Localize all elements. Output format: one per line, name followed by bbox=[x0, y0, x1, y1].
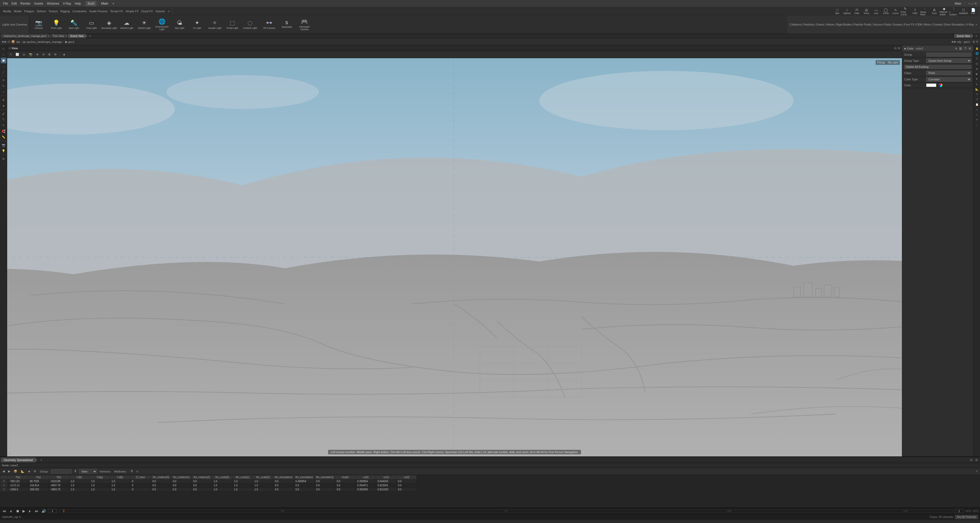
tab-add[interactable]: + bbox=[88, 34, 93, 38]
bottom-panel-settings[interactable]: ⚙ bbox=[974, 458, 979, 462]
tab-close-tree[interactable]: ✕ bbox=[65, 35, 67, 38]
path-expand-r[interactable]: ⊞ bbox=[973, 40, 975, 43]
add-section-btn[interactable]: + bbox=[974, 22, 978, 27]
select-tool[interactable]: ↖ bbox=[1, 46, 6, 51]
col-f2base[interactable]: f2_base bbox=[130, 475, 151, 479]
menu-edit[interactable]: Edit bbox=[10, 1, 18, 6]
ss-back[interactable]: ◀ bbox=[2, 469, 6, 474]
ri-edit[interactable]: ✎ bbox=[975, 92, 979, 97]
measure-tool[interactable]: 📏 bbox=[1, 134, 6, 140]
section-viscous[interactable]: Viscous Fluids bbox=[873, 23, 891, 26]
light-caustic[interactable]: ✧Caustic Light bbox=[206, 16, 223, 33]
scale-tool[interactable]: ⤢ bbox=[1, 89, 6, 95]
window-controls[interactable]: — □ ✕ bbox=[966, 1, 978, 6]
ss-group-input[interactable] bbox=[51, 469, 72, 474]
section-drive-sim[interactable]: Drive Simulation bbox=[944, 23, 964, 26]
ss-forward[interactable]: ▶ bbox=[7, 469, 11, 474]
select-lasso[interactable]: ⬟ bbox=[1, 58, 6, 63]
path-geo[interactable]: quzhou_landscape_manage bbox=[27, 40, 62, 43]
col-fbxscl1[interactable]: fbx_scale[1] bbox=[232, 475, 253, 479]
pb-timeline[interactable]: 450 730 1350 1600 bbox=[59, 509, 953, 513]
bottom-tab-spreadsheet[interactable]: Geometry Spreadsheet bbox=[1, 458, 36, 462]
rp-group-input[interactable] bbox=[926, 52, 971, 57]
path-geo1[interactable]: geo1 bbox=[68, 40, 74, 43]
pb-audio[interactable]: 🔊 bbox=[41, 509, 47, 513]
section-crowds[interactable]: Crowds bbox=[933, 23, 942, 26]
section-vellum[interactable]: Vellum bbox=[826, 23, 834, 26]
section-grains[interactable]: Grains bbox=[816, 23, 824, 26]
light-volume[interactable]: ☁Volume Light bbox=[118, 16, 135, 33]
col-fbxrot1[interactable]: fbx_rotation[1] bbox=[171, 475, 192, 479]
build-button[interactable]: Build bbox=[86, 1, 96, 6]
tab-add-right[interactable]: + bbox=[974, 34, 979, 38]
pb-prev[interactable]: ⏴ bbox=[8, 509, 14, 513]
pb-frame2-input[interactable] bbox=[955, 509, 964, 513]
edit-tool[interactable]: ✎ bbox=[1, 122, 6, 128]
tool-platonic[interactable]: ◆Platonic Solids bbox=[939, 8, 948, 15]
toolbar-add[interactable]: + bbox=[166, 9, 171, 14]
ss-table-container[interactable]: P[x] P[y] P[z] Cd[r] Cd[g] Cd[b] f2_base… bbox=[0, 475, 980, 507]
toolbar-cloudfx[interactable]: Cloud FX bbox=[140, 9, 154, 13]
ri-star[interactable]: ✦ bbox=[975, 118, 979, 122]
light-geometry[interactable]: ◈Geometry Light bbox=[100, 16, 118, 33]
select-box[interactable]: □ bbox=[1, 52, 6, 57]
tool-circle[interactable]: ◯Circle bbox=[881, 8, 891, 15]
camera-tool[interactable]: 📷 bbox=[1, 142, 6, 148]
table-row[interactable]: 1 -1172.12 216.814 -4007.79 1.0 1.0 1.0 … bbox=[0, 483, 417, 488]
tab-close-scene[interactable]: ✕ bbox=[85, 35, 87, 38]
toolbar-polygon[interactable]: Polygon bbox=[23, 9, 35, 13]
light-point[interactable]: 💡Point Light bbox=[48, 16, 65, 33]
paint-tool[interactable]: 🖌 bbox=[1, 111, 6, 116]
ri-play[interactable]: ▶ bbox=[975, 72, 979, 76]
vc-select-box[interactable]: ⬜ bbox=[14, 52, 21, 57]
light-distant[interactable]: ☀Distant Light bbox=[135, 16, 153, 33]
col-uv0[interactable]: uv[0] bbox=[355, 475, 376, 479]
status-node-path[interactable]: /obj/traffic_rigi..fi... bbox=[2, 516, 23, 518]
bottom-tab-add[interactable]: + bbox=[39, 458, 44, 462]
col-cdb[interactable]: Cd[b] bbox=[110, 475, 130, 479]
light-vr-cam[interactable]: 👓VR Camera bbox=[260, 16, 278, 33]
toolbar-simplefx[interactable]: Simple FX bbox=[124, 9, 140, 13]
light-ambient[interactable]: ◌Ambient Light bbox=[241, 16, 259, 33]
toolbar-constraints[interactable]: Constraints bbox=[72, 9, 88, 13]
tool-curve[interactable]: ∿Curve bbox=[891, 8, 900, 15]
tool-sphere[interactable]: ○Sphere bbox=[842, 8, 852, 15]
table-row[interactable]: 2 -1096.6 208.025 -3983.75 1.0 1.0 1.0 0… bbox=[0, 488, 417, 491]
vc-snap[interactable]: ⊝ bbox=[41, 52, 46, 57]
view-icon[interactable]: ≡ bbox=[9, 46, 11, 50]
ss-attr-settings[interactable]: ≡ bbox=[135, 469, 139, 474]
tab-scene-view-right[interactable]: Scene View bbox=[954, 34, 972, 38]
pb-rewind[interactable]: ⏮ bbox=[2, 509, 7, 513]
col-uv1[interactable]: uv[1] bbox=[376, 475, 396, 479]
ri-ruler[interactable]: 📐 bbox=[975, 87, 979, 91]
col-uv2[interactable]: uv[2] bbox=[396, 475, 417, 479]
tool-file[interactable]: 📄File bbox=[969, 8, 978, 15]
section-vray[interactable]: V-Ray bbox=[966, 23, 974, 26]
pb-frame-input[interactable] bbox=[48, 509, 57, 513]
col-fbxscl2[interactable]: fbx_scale[2] bbox=[253, 475, 273, 479]
rp-color-swatch[interactable] bbox=[926, 83, 936, 87]
col-py[interactable]: P[y] bbox=[28, 475, 49, 479]
select-line[interactable]: ╱ bbox=[1, 69, 6, 75]
col-height[interactable]: height bbox=[335, 475, 355, 479]
tab-close-scene-r[interactable]: ✕ bbox=[971, 35, 974, 38]
transform-tool[interactable]: ✛ bbox=[1, 77, 6, 83]
rp-class-select[interactable]: Point Vertex Primitive Detail bbox=[926, 71, 971, 75]
menu-vray[interactable]: V-Ray bbox=[61, 1, 73, 6]
ri-target[interactable]: ◎ bbox=[975, 61, 979, 66]
rp-icon-close[interactable]: ✕ bbox=[968, 46, 971, 51]
section-wires[interactable]: Wires bbox=[924, 23, 931, 26]
light-gi[interactable]: ✦GI Light bbox=[188, 16, 206, 33]
handle-tool[interactable]: ⊕ bbox=[1, 97, 6, 103]
tool-font[interactable]: AFont bbox=[930, 8, 939, 15]
light-area[interactable]: ▭Area Light bbox=[83, 16, 100, 33]
rp-icon-search[interactable]: ? bbox=[964, 46, 966, 51]
path-obj[interactable]: obj bbox=[16, 40, 20, 43]
col-fbxrot2[interactable]: fbx_rotation[2] bbox=[192, 475, 212, 479]
col-fbxtrl2[interactable]: fbx_translation[ bbox=[314, 475, 335, 479]
light-sketchfab[interactable]: SSketchfab bbox=[278, 16, 295, 33]
view-layout-icon[interactable]: ⊟ bbox=[894, 46, 897, 50]
tool-metaball[interactable]: ⬡Metaball bbox=[959, 8, 968, 15]
tool-line[interactable]: —Line bbox=[872, 8, 881, 15]
path-geo1-r[interactable]: geo1 bbox=[964, 40, 970, 43]
